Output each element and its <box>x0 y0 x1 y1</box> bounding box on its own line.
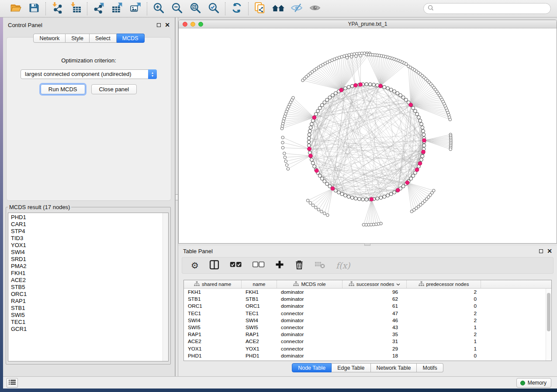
hide-selected-button[interactable] <box>289 2 304 15</box>
table-tab-node-table[interactable]: Node Table <box>292 363 332 372</box>
add-column-button[interactable] <box>275 260 284 271</box>
search-input[interactable] <box>436 5 547 12</box>
save-session-button[interactable] <box>27 2 42 15</box>
new-network-from-selection-button[interactable] <box>253 2 267 15</box>
cell-predecessor-nodes: 2 <box>407 317 481 323</box>
column-header-mcds-role[interactable]: MCDS role <box>277 280 343 288</box>
mcds-result-item[interactable]: PHD1 <box>11 214 162 221</box>
float-panel-button[interactable] <box>157 23 161 27</box>
first-neighbors-button[interactable] <box>271 2 286 15</box>
mcds-result-item[interactable]: TID3 <box>11 235 162 242</box>
zoom-out-icon <box>171 2 183 16</box>
table-row[interactable]: SWI4SWI4dominator462 <box>184 317 551 324</box>
table-row[interactable]: RAP1RAP1dominator352 <box>184 331 551 338</box>
mcds-result-item[interactable]: TEC1 <box>11 319 162 326</box>
export-table-button[interactable] <box>110 2 125 15</box>
memory-button[interactable]: Memory <box>516 378 551 388</box>
function-icon: f(x) <box>336 261 350 270</box>
network-graph[interactable] <box>179 28 557 243</box>
network-window-titlebar[interactable]: YPA_prune.txt_1 <box>179 20 557 28</box>
table-scrollbar[interactable] <box>546 289 551 361</box>
column-label: shared name <box>202 282 231 287</box>
close-panel-button[interactable]: Close panel <box>91 84 137 94</box>
close-window-light[interactable] <box>183 22 187 27</box>
toggle-columns-button[interactable] <box>209 260 219 272</box>
column-header-predecessor-nodes[interactable]: predecessor nodes <box>407 280 481 288</box>
tab-style[interactable]: Style <box>66 34 90 43</box>
zoom-fit-button[interactable] <box>188 2 203 15</box>
table-row[interactable]: FKH1FKH1dominator962 <box>184 289 551 296</box>
refresh-view-button[interactable] <box>229 2 244 15</box>
cell-name: SWI5 <box>242 324 277 330</box>
table-tab-motifs[interactable]: Motifs <box>417 363 443 372</box>
select-all-rows-button[interactable] <box>230 261 242 269</box>
attribute-icon <box>293 281 299 287</box>
mcds-result-item[interactable]: STB1 <box>11 305 162 312</box>
table-row[interactable]: PHD1PHD1dominator180 <box>184 352 551 359</box>
column-header-shared-name[interactable]: shared name <box>184 280 242 288</box>
cell-name: ACE2 <box>242 338 277 344</box>
mcds-result-item[interactable]: SWI5 <box>11 312 162 319</box>
table-row[interactable]: ACE2ACE2connector311 <box>184 338 551 345</box>
criterion-dropdown[interactable]: largest connected component (undirected)… <box>21 69 157 79</box>
export-network-button[interactable] <box>91 2 106 15</box>
mcds-result-item[interactable]: CAR1 <box>11 221 162 228</box>
show-log-button[interactable] <box>7 378 18 388</box>
table-tab-network-table[interactable]: Network Table <box>371 363 417 372</box>
close-panel-icon[interactable]: ✕ <box>547 249 552 253</box>
mcds-result-item[interactable]: SWI4 <box>11 249 162 256</box>
table-row[interactable]: SWI5SWI5connector431 <box>184 324 551 331</box>
mcds-result-item[interactable]: FKH1 <box>11 270 162 277</box>
column-header-name[interactable]: name <box>242 280 277 288</box>
cell-name: TEC1 <box>242 310 277 316</box>
delete-table-button[interactable] <box>315 260 325 271</box>
show-all-button[interactable] <box>308 2 322 15</box>
float-panel-button[interactable] <box>539 249 543 253</box>
table-toolbar: ⚙ f(x) <box>182 257 554 274</box>
network-window-title: YPA_prune.txt_1 <box>348 21 387 27</box>
zoom-selected-button[interactable] <box>206 2 221 15</box>
tab-mcds[interactable]: MCDS <box>117 34 145 43</box>
mcds-result-item[interactable]: ORC1 <box>11 291 162 298</box>
splitter-grip[interactable] <box>175 194 178 200</box>
open-file-button[interactable] <box>8 2 23 15</box>
import-table-button[interactable] <box>68 2 83 15</box>
export-image-button[interactable] <box>128 2 143 15</box>
sort-descending-icon <box>396 282 400 287</box>
mcds-list-scrollbar[interactable] <box>163 213 168 361</box>
zoom-in-button[interactable] <box>151 2 166 15</box>
table-settings-button[interactable]: ⚙ <box>191 261 199 270</box>
close-panel-icon[interactable]: ✕ <box>165 23 170 27</box>
mcds-result-item[interactable]: GCR1 <box>11 326 162 333</box>
column-label: successor nodes <box>356 282 394 287</box>
network-canvas[interactable] <box>179 28 557 243</box>
delete-column-button[interactable] <box>294 260 304 272</box>
tab-select[interactable]: Select <box>90 34 117 43</box>
list-icon <box>9 379 16 387</box>
cell-successor-nodes: 29 <box>343 346 407 352</box>
run-mcds-button[interactable]: Run MCDS <box>41 84 85 94</box>
minimize-window-light[interactable] <box>190 22 195 27</box>
import-network-button[interactable] <box>50 2 65 15</box>
table-tab-edge-table[interactable]: Edge Table <box>332 363 370 372</box>
table-row[interactable]: ORC1ORC1dominator610 <box>184 303 551 309</box>
tab-network[interactable]: Network <box>33 34 66 43</box>
mcds-result-item[interactable]: YOX1 <box>11 242 162 249</box>
network-window: YPA_prune.txt_1 <box>178 20 557 244</box>
table-row[interactable]: STB1STB1dominator620 <box>184 296 551 303</box>
mcds-result-item[interactable]: RAP1 <box>11 298 162 305</box>
scrollbar-thumb[interactable] <box>547 293 550 331</box>
function-builder-button[interactable]: f(x) <box>336 261 350 270</box>
zoom-out-button[interactable] <box>170 2 184 15</box>
mcds-result-item[interactable]: STB5 <box>11 284 162 291</box>
plus-icon <box>275 260 284 271</box>
mcds-result-item[interactable]: SRD1 <box>11 256 162 263</box>
table-row[interactable]: YOX1YOX1connector291 <box>184 345 551 352</box>
mcds-result-item[interactable]: ACE2 <box>11 277 162 284</box>
column-header-successor-nodes[interactable]: successor nodes <box>343 280 407 288</box>
deselect-all-rows-button[interactable] <box>253 261 265 269</box>
mcds-result-item[interactable]: STP4 <box>11 228 162 235</box>
maximize-window-light[interactable] <box>198 22 203 27</box>
table-row[interactable]: TEC1TEC1connector472 <box>184 310 551 317</box>
mcds-result-item[interactable]: PMA2 <box>11 263 162 270</box>
